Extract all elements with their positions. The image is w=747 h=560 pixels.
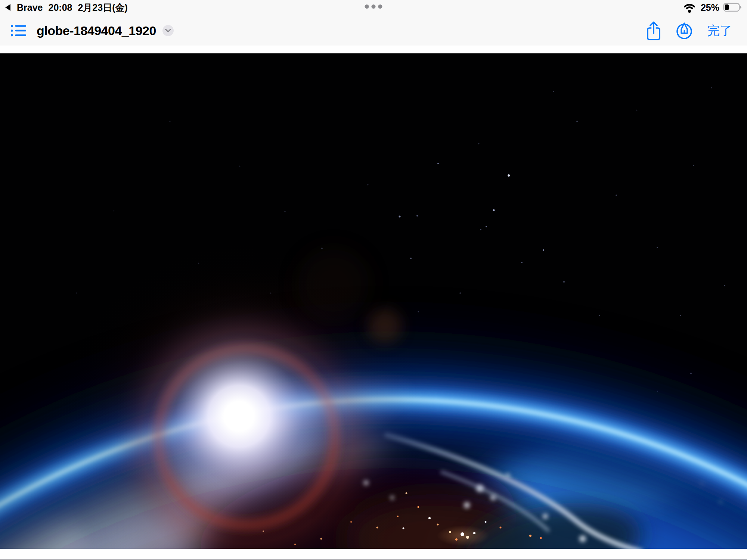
list-button[interactable] — [10, 24, 26, 37]
multitask-dots-icon[interactable] — [365, 4, 382, 9]
done-button[interactable]: 完了 — [707, 22, 732, 39]
back-to-app-button[interactable]: Brave 20:08 2月23日(金) — [5, 1, 128, 14]
markup-icon — [676, 22, 692, 40]
status-indicators: 25% — [682, 2, 742, 13]
status-time: 20:08 — [49, 2, 72, 13]
back-icon — [5, 4, 10, 11]
photo-view[interactable] — [0, 53, 747, 549]
battery-percent-label: 25% — [701, 2, 719, 13]
back-app-label: Brave — [17, 2, 43, 13]
chevron-down-icon — [165, 29, 171, 32]
battery-icon — [723, 3, 742, 12]
toolbar: globe-1849404_1920 — [0, 15, 747, 46]
markup-button[interactable] — [676, 22, 692, 40]
status-date: 2月23日(金) — [78, 1, 127, 14]
share-icon — [646, 21, 661, 40]
share-button[interactable] — [646, 21, 661, 40]
list-icon — [10, 24, 26, 37]
toolbar-actions: 完了 — [646, 21, 732, 40]
bottom-bar-edge — [0, 549, 747, 560]
document-title: globe-1849404_1920 — [37, 24, 156, 38]
wifi-icon — [682, 2, 697, 13]
status-bar: Brave 20:08 2月23日(金) 25% — [0, 0, 747, 15]
top-chrome: Brave 20:08 2月23日(金) 25% — [0, 0, 747, 46]
ipad-screen: Brave 20:08 2月23日(金) 25% — [0, 0, 747, 560]
earth-photo-svg — [0, 53, 747, 549]
title-menu-button[interactable] — [162, 25, 174, 36]
